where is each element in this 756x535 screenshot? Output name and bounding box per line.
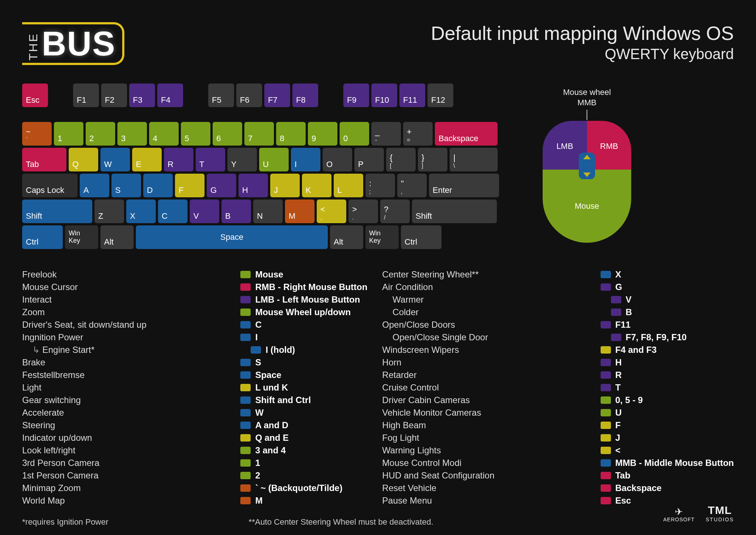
color-chip (601, 283, 611, 291)
key-h: H (238, 174, 268, 197)
legend-key: J (601, 432, 734, 444)
key-g: G (207, 174, 236, 197)
color-chip (611, 296, 621, 303)
legend-label: HUD and Seat Configuration (382, 469, 585, 482)
legend-key: I (hold) (240, 344, 367, 356)
legend-key: RMB - Right Mouse Button (240, 281, 367, 293)
color-chip (601, 271, 611, 278)
key-5: 5 (181, 122, 210, 146)
color-chip (601, 497, 611, 504)
legend-label: Indicator up/down (22, 432, 226, 444)
callout-line (587, 110, 587, 120)
legend-label: Interact (22, 293, 226, 306)
key-i: I (291, 148, 320, 171)
legend-label: Driver Cabin Cameras (382, 394, 585, 406)
legend-label: Air Condition (382, 281, 585, 293)
mouse-wheel-label: Mouse wheelMMB (532, 87, 642, 108)
legend-key: Tab (601, 469, 734, 482)
color-chip (240, 459, 251, 467)
legend-key: 2 (240, 469, 367, 482)
legend-key: Shift and Ctrl (240, 394, 367, 406)
key-esc: Esc (22, 84, 48, 107)
key-: }] (418, 148, 447, 171)
legend-key: 0, 5 - 9 (601, 394, 734, 406)
key-: >. (348, 200, 378, 223)
color-chip (240, 334, 251, 341)
key-p: P (354, 148, 384, 171)
legend-key: S (240, 356, 367, 369)
color-chip (601, 447, 611, 454)
legend-key: ` ~ (Backquote/Tilde) (240, 482, 367, 494)
key-: :; (365, 174, 395, 197)
color-chip (601, 459, 611, 467)
key-8: 8 (276, 122, 306, 146)
key-4: 4 (149, 122, 179, 146)
color-chip (611, 309, 621, 316)
key-: += (403, 122, 433, 146)
key-u: U (259, 148, 289, 171)
legend-label: Center Steering Wheel** (382, 268, 585, 281)
logo-bus: BUS (42, 27, 116, 61)
legend-key: R (601, 369, 734, 381)
legend-key: T (601, 381, 734, 394)
game-logo: THE BUS (22, 22, 124, 65)
legend-key: U (601, 406, 734, 419)
key-e: E (132, 148, 162, 171)
key-c: C (158, 200, 188, 223)
key-f9: F9 (343, 84, 369, 107)
legend-label: Accelerate (22, 406, 226, 419)
legend-key: L und K (240, 381, 367, 394)
legend-key: H (601, 356, 734, 369)
key-capslock: Caps Lock (22, 174, 78, 197)
legend-key: X (601, 268, 734, 281)
key-f7: F7 (264, 84, 290, 107)
color-chip (240, 396, 251, 404)
legend-key: F11 (601, 318, 734, 331)
key-gap (50, 84, 71, 107)
legend-label: Brake (22, 356, 226, 369)
mouse-diagram: Mouse wheelMMB LMB RMB Mouse (532, 87, 642, 251)
key-y: Y (227, 148, 257, 171)
color-chip (601, 484, 611, 492)
logo-the: THE (27, 33, 40, 61)
legend-label: Warmer (382, 293, 585, 306)
legend-key: Mouse Wheel up/down (240, 306, 367, 318)
key-m: M (285, 200, 315, 223)
legend-label: World Map (22, 494, 226, 507)
key-b: B (221, 200, 251, 223)
color-chip (240, 309, 251, 316)
legend-key: W (240, 406, 367, 419)
color-chip (240, 422, 251, 429)
key-ctrl: Ctrl (22, 225, 63, 249)
mouse-wheel (579, 153, 595, 179)
color-chip (601, 359, 611, 366)
key-: ?/ (380, 200, 410, 223)
key-: ", (397, 174, 427, 197)
key-f4: F4 (157, 84, 183, 107)
color-chip (601, 472, 611, 479)
key-alt: Alt (100, 225, 134, 249)
legend-label: Gear switching (22, 394, 226, 406)
legend-key: A and D (240, 419, 367, 432)
color-chip (601, 346, 611, 354)
legend-key: Mouse (240, 268, 367, 281)
legend-label: Open/Close Doors (382, 318, 585, 331)
key-shift: Shift (22, 200, 92, 223)
key-x: X (126, 200, 156, 223)
color-chip (251, 346, 261, 354)
color-chip (611, 334, 621, 341)
legend-label: Mouse Cursor (22, 281, 226, 293)
key-v: V (190, 200, 219, 223)
key-enter: Enter (429, 174, 499, 197)
key-gap (185, 84, 206, 107)
legend-label: Cruise Control (382, 381, 585, 394)
aerosoft-logo: ✈ AEROSOFT (663, 507, 695, 522)
key-: <, (317, 200, 346, 223)
key-l: L (334, 174, 363, 197)
key-2: 2 (86, 122, 115, 146)
key-j: J (270, 174, 300, 197)
legend-key: G (601, 281, 734, 293)
legend-label: Steering (22, 419, 226, 432)
legend-label: High Beam (382, 419, 585, 432)
key-tab: Tab (22, 148, 66, 171)
